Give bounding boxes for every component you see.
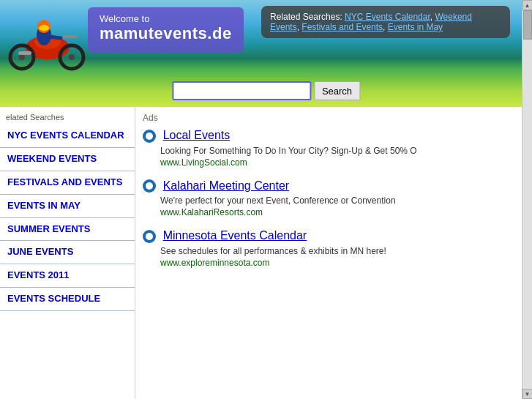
sidebar-item-weekend[interactable]: WEEKEND EVENTS bbox=[0, 148, 135, 171]
ad-1-url: www.LivingSocial.com bbox=[160, 157, 525, 168]
ad-1-title-row: Local Events bbox=[143, 129, 525, 143]
related-link-4[interactable]: Events in May bbox=[388, 22, 443, 32]
sidebar-item-2011[interactable]: EVENTS 2011 bbox=[0, 264, 135, 288]
sidebar-item-summer[interactable]: SUMMER EVENTS bbox=[0, 218, 135, 242]
ad-3-icon bbox=[143, 230, 156, 243]
search-bar-area: Search bbox=[172, 81, 360, 100]
search-button[interactable]: Search bbox=[314, 81, 360, 100]
ad-2-title-row: Kalahari Meeting Center bbox=[143, 179, 525, 194]
scroll-down-button[interactable]: ▼ bbox=[522, 389, 533, 399]
ad-2-desc: We're perfect for your next Event, Confe… bbox=[160, 195, 482, 206]
header: Welcome to mamutevents.de Related Search… bbox=[0, 0, 532, 106]
svg-rect-6 bbox=[62, 35, 77, 38]
related-link-1[interactable]: NYC Events Calendar bbox=[345, 12, 430, 22]
right-scrollbar[interactable]: ▲ ▼ bbox=[522, 0, 532, 399]
related-label: Related Searches: bbox=[270, 12, 342, 22]
related-searches-top: Related Searches: NYC Events Calendar, W… bbox=[261, 6, 510, 38]
ad-1-icon bbox=[143, 130, 156, 143]
ad-2-icon bbox=[143, 179, 156, 193]
ads-label: Ads bbox=[143, 113, 525, 123]
scroll-up-button[interactable]: ▲ bbox=[522, 0, 533, 10]
sidebar-item-june[interactable]: JUNE EVENTS bbox=[0, 241, 135, 264]
ad-item-1: Local Events Looking For Something To Do… bbox=[143, 129, 525, 168]
ad-1-desc: Looking For Something To Do In Your City… bbox=[160, 146, 482, 156]
svg-point-10 bbox=[39, 25, 49, 31]
sidebar-item-nyc-events[interactable]: NYC EVENTS CALENDAR bbox=[0, 124, 135, 148]
ad-3-desc: See schedules for all performances & exh… bbox=[160, 246, 482, 256]
sidebar-item-schedule[interactable]: EVENTS SCHEDULE bbox=[0, 288, 135, 311]
sidebar-item-festivals[interactable]: FESTIVALS AND EVENTS bbox=[0, 171, 135, 195]
ad-item-2: Kalahari Meeting Center We're perfect fo… bbox=[143, 179, 525, 218]
svg-point-3 bbox=[19, 54, 25, 60]
sidebar: elated Searches NYC EVENTS CALENDAR WEEK… bbox=[0, 107, 135, 399]
svg-rect-7 bbox=[18, 51, 31, 55]
welcome-to-label: Welcome to bbox=[100, 13, 232, 24]
sidebar-item-events-may[interactable]: EVENTS IN MAY bbox=[0, 195, 135, 218]
site-name-label: mamutevents.de bbox=[100, 24, 232, 43]
sidebar-title: elated Searches bbox=[0, 113, 135, 124]
ad-2-title[interactable]: Kalahari Meeting Center bbox=[163, 179, 290, 192]
ad-item-3: Minnesota Events Calendar See schedules … bbox=[143, 229, 525, 268]
ad-3-url: www.exploreminnesota.com bbox=[160, 258, 525, 268]
ad-3-title[interactable]: Minnesota Events Calendar bbox=[163, 229, 307, 242]
welcome-box: Welcome to mamutevents.de bbox=[88, 7, 244, 52]
scroll-track bbox=[523, 10, 532, 389]
related-link-3[interactable]: Festivals and Events bbox=[301, 22, 383, 32]
ad-3-title-row: Minnesota Events Calendar bbox=[143, 229, 525, 244]
scroll-thumb[interactable] bbox=[523, 10, 532, 40]
motorcycle-graphic bbox=[4, 7, 91, 73]
main-area: elated Searches NYC EVENTS CALENDAR WEEK… bbox=[0, 106, 532, 399]
ad-2-url: www.KalahariResorts.com bbox=[160, 207, 525, 217]
content-area: Ads Local Events Looking For Something T… bbox=[135, 107, 532, 399]
svg-line-11 bbox=[48, 37, 61, 38]
svg-point-5 bbox=[69, 54, 75, 60]
ad-1-title[interactable]: Local Events bbox=[163, 129, 231, 141]
search-input[interactable] bbox=[172, 81, 311, 100]
